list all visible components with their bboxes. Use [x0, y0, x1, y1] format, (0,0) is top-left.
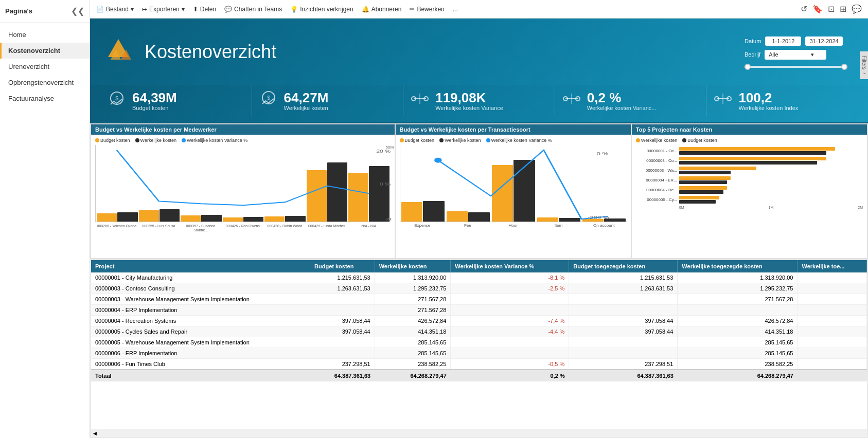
chart-medewerker-area: 40M 20M 0M: [95, 145, 391, 238]
kpi-index-info: 100,2 Werkelijke kosten Index: [738, 90, 798, 112]
chart-medewerker-title: Budget vs Werkelijke kosten per Medewerk…: [91, 124, 395, 135]
insights-icon: 💡: [290, 6, 298, 13]
toolbar-chatten[interactable]: 💬 Chatten in Teams: [224, 6, 282, 13]
sidebar-header: Pagina's ❮❮: [0, 0, 90, 23]
bookmark-icon[interactable]: 🔖: [812, 4, 823, 14]
sidebar-item-factuuranalyse[interactable]: Factuuranalyse: [0, 90, 90, 106]
toolbar: 📄 Bestand ▾ ↦ Exporteren ▾ ⬆ Delen 💬 Cha…: [90, 0, 868, 19]
hbar-row-5: 00000004 - Re...: [636, 186, 863, 194]
col-extra: Werkelijke toe...: [798, 260, 867, 272]
svg-text:0 %: 0 %: [596, 151, 608, 156]
subscribe-icon: 🔔: [362, 6, 369, 13]
report-area: Kostenoverzicht Datum 1-1-2012 31-12-202…: [90, 19, 868, 438]
kpi-werkelijk-info: 64,27M Werkelijke kosten: [284, 90, 329, 112]
sidebar-nav: Home Kostenoverzicht Urenoverzicht Opbre…: [0, 23, 90, 111]
datum-end-input[interactable]: 31-12-2024: [805, 36, 842, 46]
col-variance-pct: Werkelijke kosten Variance %: [451, 260, 569, 272]
sidebar-item-kostenoverzicht[interactable]: Kostenoverzicht: [0, 43, 90, 59]
report-banner: Kostenoverzicht Datum 1-1-2012 31-12-202…: [90, 19, 868, 85]
hbar-row-6: 00000005 - Cy...: [636, 196, 863, 204]
col-budget-toegezegd: Budget toegezegde kosten: [569, 260, 678, 272]
kpi-index-label: Werkelijke kosten Index: [738, 105, 798, 111]
company-logo: [100, 36, 136, 67]
bedrijf-dropdown[interactable]: Alle ▾: [765, 50, 826, 60]
hbar-chart: 00000001 - Cit... 00000003 - Co...: [636, 145, 863, 211]
table-scroll-indicator[interactable]: ◀: [91, 429, 867, 437]
kpi-werkelijke-kosten: $ 64,27M Werkelijke kosten: [252, 85, 404, 116]
kpi-variance-abs-info: 119,08K Werkelijke kosten Variance: [435, 90, 503, 112]
sidebar-item-opbrengstenoverzicht[interactable]: Opbrengstenoverzicht: [0, 75, 90, 90]
chart-transactiesoort-title: Budget vs Werkelijke kosten per Transact…: [396, 124, 631, 135]
kpi-budget-kosten: $ 64,39M Budget kosten: [100, 85, 252, 116]
filters-panel[interactable]: Filters ⌄: [860, 51, 868, 79]
toolbar-exporteren[interactable]: ↦ Exporteren ▾: [142, 6, 185, 13]
kpi-variance-pct: 0,2 % Werkelijke kosten Varianc...: [555, 85, 707, 116]
banner-filters: Datum 1-1-2012 31-12-2024 Bedrijf Alle ▾: [745, 36, 847, 68]
main-content: 📄 Bestand ▾ ↦ Exporteren ▾ ⬆ Delen 💬 Cha…: [90, 0, 868, 438]
toolbar-bewerken[interactable]: ✏ Bewerken: [410, 6, 444, 13]
chat-icon[interactable]: 💬: [852, 4, 862, 14]
kpi-variance-abs-value: 119,08K: [435, 90, 503, 105]
table-totaal-row: Totaal 64.387.361,63 64.268.279,47 0,2 %…: [91, 370, 867, 381]
data-table: Project Budget kosten Werkelijke kosten …: [91, 260, 867, 381]
svg-text:$: $: [115, 96, 118, 101]
table-row: 00000005 - Warehouse Management System I…: [91, 337, 867, 348]
totaal-werkelijk-toegezegd: 64.268.279,47: [678, 370, 798, 381]
kpi-budget-value: 64,39M: [132, 90, 177, 105]
chevron-down-icon-export: ▾: [182, 6, 185, 13]
sidebar-item-home[interactable]: Home: [0, 27, 90, 43]
chart-medewerker: Budget vs Werkelijke kosten per Medewerk…: [91, 124, 395, 258]
kpi-budget-info: 64,39M Budget kosten: [132, 90, 177, 112]
svg-point-21: [434, 158, 442, 163]
svg-text:$: $: [267, 95, 270, 101]
datum-start-input[interactable]: 1-1-2012: [765, 36, 801, 46]
col-budget-kosten: Budget kosten: [310, 260, 375, 272]
hbar-row-2: 00000003 - Co...: [636, 157, 863, 165]
slider-right-thumb[interactable]: [841, 64, 847, 70]
toolbar-delen[interactable]: ⬆ Delen: [193, 6, 216, 13]
report-title: Kostenoverzicht: [145, 41, 736, 63]
chart-medewerker-legend: Budget kosten Werkelijke kosten Werkelij…: [95, 138, 391, 143]
kpi-index-value: 100,2: [738, 90, 798, 105]
table-row: 00000003 - Contoso Consulting 1.263.631,…: [91, 283, 867, 294]
kpi-werkelijk-value: 64,27M: [284, 90, 329, 105]
refresh-icon[interactable]: ↺: [801, 4, 807, 14]
toolbar-abonneren[interactable]: 🔔 Abonneren: [362, 6, 402, 13]
chart-transactiesoort-area: 50M 0M: [400, 145, 627, 238]
totaal-label: Totaal: [91, 370, 310, 381]
sidebar-item-urenoverzicht[interactable]: Urenoverzicht: [0, 59, 90, 75]
kpi-row: $ 64,39M Budget kosten $ 64,27M Werkelij…: [90, 85, 868, 123]
sidebar-collapse-button[interactable]: ❮❮: [71, 6, 84, 16]
table-row: 00000006 - ERP Implementation 285.145,65…: [91, 348, 867, 359]
hbar-axis: 0M 1M 2M: [636, 206, 863, 209]
table-row: 00000003 - Warehouse Management System I…: [91, 294, 867, 305]
toolbar-bestand[interactable]: 📄 Bestand ▾: [96, 6, 134, 13]
variance-abs-icon: [410, 89, 430, 112]
toolbar-more[interactable]: ...: [453, 6, 458, 13]
teams-icon: 💬: [224, 6, 232, 13]
datum-label: Datum: [745, 38, 761, 44]
variance-pct-icon: [561, 89, 582, 112]
chart-transactiesoort-legend: Budget kosten Werkelijke kosten Werkelij…: [400, 138, 627, 143]
bedrijf-label: Bedrijf: [745, 51, 760, 58]
chart-top5-legend: Werkelijke kosten Budget kosten: [636, 138, 863, 143]
filters-arrow-icon: ⌄: [861, 69, 867, 75]
toolbar-inzichten[interactable]: 💡 Inzichten verkrijgen: [290, 6, 353, 13]
fullscreen-icon[interactable]: ⊡: [828, 4, 835, 14]
index-icon: [713, 89, 733, 112]
kpi-index: 100,2 Werkelijke kosten Index: [706, 85, 858, 116]
chart-top5: Top 5 Projecten naar Kosten Werkelijke k…: [632, 124, 867, 258]
bedrijf-filter-row: Bedrijf Alle ▾: [745, 50, 847, 60]
table-section: Project Budget kosten Werkelijke kosten …: [91, 260, 867, 437]
kpi-variance-pct-label: Werkelijke kosten Varianc...: [587, 105, 657, 111]
edit-icon: ✏: [410, 6, 415, 13]
datum-filter-row: Datum 1-1-2012 31-12-2024: [745, 36, 847, 46]
chevron-down-icon: ▾: [131, 6, 134, 13]
totaal-extra: [798, 370, 867, 381]
hbar-row-3: 00000003 - Wa...: [636, 167, 863, 174]
table-wrapper[interactable]: Project Budget kosten Werkelijke kosten …: [91, 260, 867, 429]
totaal-werkelijk: 64.268.279,47: [375, 370, 451, 381]
view-icon[interactable]: ⊞: [840, 4, 846, 14]
table-row: 00000004 - Recreation Systems 397.058,44…: [91, 316, 867, 326]
slider-left-thumb[interactable]: [745, 64, 751, 70]
